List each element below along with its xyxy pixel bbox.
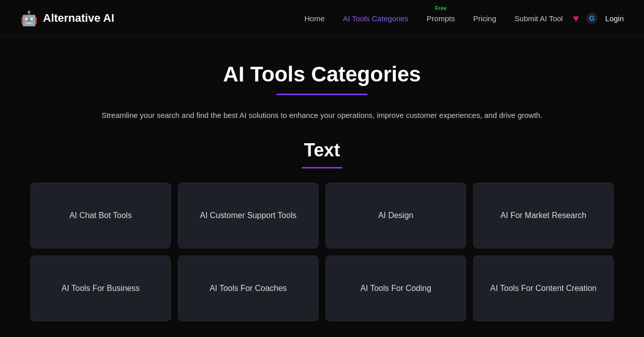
nav-prompts[interactable]: Prompts [427,14,455,23]
header: 🤖 Alternative AI Home AI Tools Categorie… [0,0,644,37]
category-label: AI Chat Bot Tools [69,210,131,221]
category-card-row1-0[interactable]: AI Chat Bot Tools [30,183,171,248]
categories-grid-row2: AI Tools For BusinessAI Tools For Coache… [30,256,614,321]
category-label: AI Tools For Coaches [210,283,287,294]
svg-text:G: G [589,14,595,22]
category-label: AI Tools For Business [62,283,140,294]
main-content: AI Tools Categories Streamline your sear… [0,37,644,337]
nav-prompts-wrapper: Free Prompts [427,14,455,23]
nav-submit[interactable]: Submit AI Tool [515,14,563,23]
logo-icon: 🤖 [20,10,38,27]
logo[interactable]: 🤖 Alternative AI [20,10,114,27]
categories-grid-row1: AI Chat Bot ToolsAI Customer Support Too… [30,183,614,248]
category-card-row2-3[interactable]: AI Tools For Content Creation [473,256,614,321]
category-card-row1-3[interactable]: AI For Market Research [473,183,614,248]
page-subtitle: Streamline your search and find the best… [95,109,549,121]
main-nav: Home AI Tools Categories Free Prompts Pr… [304,14,563,23]
category-card-row2-0[interactable]: AI Tools For Business [30,256,171,321]
free-badge: Free [435,5,446,11]
category-label: AI Customer Support Tools [200,210,297,221]
heart-icon[interactable]: ♥ [573,13,579,24]
section-title-area: Text [30,140,614,168]
category-card-row2-2[interactable]: AI Tools For Coding [326,256,466,321]
page-title-section: AI Tools Categories Streamline your sear… [30,62,614,121]
category-label: AI Design [378,210,413,221]
category-label: AI Tools For Content Creation [490,283,596,294]
nav-pricing[interactable]: Pricing [473,14,496,23]
title-underline [277,94,367,95]
login-button[interactable]: Login [605,14,624,23]
page-title: AI Tools Categories [30,62,614,87]
category-card-row1-2[interactable]: AI Design [326,183,466,248]
nav-home[interactable]: Home [304,14,325,23]
nav-actions: ♥ G Login [573,12,624,24]
category-card-row1-1[interactable]: AI Customer Support Tools [178,183,318,248]
logo-text: Alternative AI [43,12,114,25]
section-underline [302,167,342,168]
section-title: Text [30,140,614,161]
category-label: AI Tools For Coding [360,283,431,294]
category-label: AI For Market Research [500,210,586,221]
category-card-row2-1[interactable]: AI Tools For Coaches [178,256,318,321]
nav-categories[interactable]: AI Tools Categories [343,14,408,23]
google-icon[interactable]: G [586,12,598,24]
